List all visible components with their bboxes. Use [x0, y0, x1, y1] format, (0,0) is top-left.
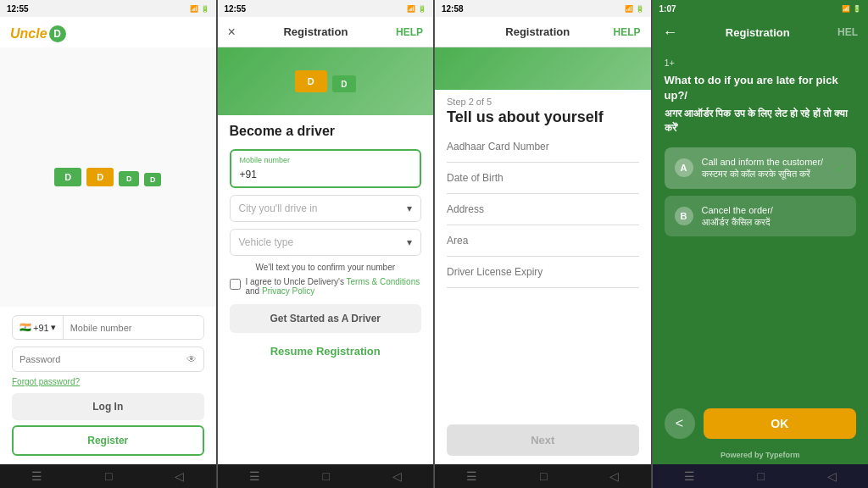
nav-bar-3: Registration HELP [435, 17, 651, 47]
signal-icon-2: 📶 [407, 5, 415, 13]
city-placeholder: City you'll drive in [239, 202, 318, 214]
chevron-down-icon-city: ▾ [407, 202, 412, 214]
hero-img-2: D D [218, 47, 434, 115]
mobile-field[interactable]: Mobile number [230, 149, 422, 188]
bottom-nav-4: ☰ □ ◁ [653, 464, 869, 488]
phone-input[interactable] [64, 317, 203, 339]
aadhaar-input[interactable] [447, 133, 639, 160]
status-bar-3: 12:58 📶 🔋 [435, 0, 651, 17]
registration-inputs [435, 133, 651, 416]
register-button[interactable]: Register [12, 425, 204, 456]
become-driver-form: Become a driver Mobile number City you'l… [218, 115, 434, 464]
quiz-content: 1+ What to do if you are late for pick u… [653, 47, 869, 402]
battery-icon-3: 🔋 [636, 5, 644, 13]
quiz-option-b[interactable]: B Cancel the order/ आऑर्डर कैंसिल करदें [665, 196, 857, 237]
option-a-letter: A [675, 158, 693, 177]
nav-title-4: Registration [726, 26, 790, 39]
menu-icon-1[interactable]: ☰ [31, 469, 42, 483]
screen-quiz: 1:07 📶 🔋 ← Registration HEL 1+ What to d… [653, 0, 869, 488]
nav-title-2: Registration [283, 25, 348, 38]
nav-bar-4: ← Registration HEL [653, 17, 869, 47]
confirm-text: We'll text you to confirm your number [230, 263, 422, 272]
password-input[interactable] [13, 348, 180, 370]
phone-row[interactable]: 🇮🇳 +91 ▾ [12, 315, 204, 340]
back-icon-4[interactable]: ◁ [827, 469, 837, 483]
eye-icon[interactable]: 👁 [180, 347, 203, 371]
address-wrapper[interactable] [447, 196, 639, 225]
option-b-letter: B [675, 207, 693, 225]
area-wrapper[interactable] [447, 227, 639, 257]
ok-button[interactable]: OK [704, 408, 857, 439]
signal-icon: 📶 [190, 5, 198, 13]
back-arrow-icon[interactable]: ← [663, 24, 678, 42]
login-button[interactable]: Log In [12, 393, 204, 420]
status-bar-1: 12:55 📶 🔋 [0, 0, 216, 17]
menu-icon-3[interactable]: ☰ [466, 469, 477, 483]
option-b-text: Cancel the order/ आऑर्डर कैंसिल करदें [702, 204, 847, 229]
hero-truck-green: D [332, 75, 356, 92]
uncle-logo: Uncle D [10, 25, 66, 42]
signal-icon-3: 📶 [625, 5, 633, 13]
dob-input[interactable] [447, 164, 639, 191]
menu-icon-4[interactable]: ☰ [684, 469, 695, 483]
bottom-nav-3: ☰ □ ◁ [435, 464, 651, 488]
hero-illustration: D D D D [0, 47, 216, 307]
status-icons-2: 📶 🔋 [407, 5, 426, 13]
area-input[interactable] [447, 227, 639, 254]
license-wrapper[interactable] [447, 258, 639, 288]
password-row[interactable]: 👁 [12, 347, 204, 372]
dob-wrapper[interactable] [447, 164, 639, 194]
back-icon-3[interactable]: ◁ [609, 469, 619, 483]
forgot-password-link[interactable]: Forgot password? [12, 377, 204, 386]
license-expiry-input[interactable] [447, 258, 639, 286]
quiz-question: What to do if you are late for pick up?/… [665, 73, 857, 136]
hero-truck-yellow: D [295, 70, 327, 92]
green-truck-1: D [54, 168, 81, 186]
quiz-option-a[interactable]: A Call and inform the customer/ कस्टमर क… [665, 147, 857, 189]
next-button[interactable]: Next [447, 424, 639, 456]
nav-help-3[interactable]: HELP [613, 26, 640, 38]
home-icon-1[interactable]: □ [105, 469, 112, 483]
status-time-3: 12:58 [442, 4, 464, 14]
status-time-1: 12:55 [7, 4, 29, 14]
home-icon-3[interactable]: □ [540, 469, 547, 483]
screen-registration-form: 12:58 📶 🔋 Registration HELP Step 2 of 5 … [435, 0, 652, 488]
back-icon-1[interactable]: ◁ [175, 469, 184, 483]
hero-mini-3 [435, 47, 651, 90]
nav-title-3: Registration [505, 25, 570, 38]
nav-help-2[interactable]: HELP [396, 26, 423, 38]
bottom-nav-1: ☰ □ ◁ [0, 464, 216, 488]
phone-prefix: 🇮🇳 +91 ▾ [13, 316, 64, 339]
bottom-nav-2: ☰ □ ◁ [218, 464, 434, 488]
menu-icon-2[interactable]: ☰ [249, 469, 260, 483]
quiz-footer: < OK [653, 402, 869, 446]
step-title: Tell us about yourself [435, 108, 651, 133]
scooter: D [119, 171, 139, 186]
home-icon-2[interactable]: □ [323, 469, 330, 483]
option-a-check-icon: ✓ [836, 161, 846, 175]
screen-become-driver: 12:55 📶 🔋 × Registration HELP D D Become… [218, 0, 435, 488]
home-icon-4[interactable]: □ [758, 469, 765, 483]
terms-row: I agree to Uncle Delivery's Terms & Cond… [230, 277, 422, 296]
status-time-2: 12:55 [225, 4, 247, 14]
login-form: 🇮🇳 +91 ▾ 👁 Forgot password? Log In Regis… [0, 307, 216, 464]
get-started-button[interactable]: Get Started as A Driver [230, 304, 422, 333]
back-icon-2[interactable]: ◁ [392, 469, 402, 483]
aadhaar-wrapper[interactable] [447, 133, 639, 163]
terms-link[interactable]: Terms & Conditions [347, 277, 420, 286]
nav-help-4[interactable]: HEL [837, 26, 858, 38]
close-icon[interactable]: × [228, 25, 236, 40]
mobile-input[interactable] [240, 169, 412, 180]
vehicle-field[interactable]: Vehicle type ▾ [230, 229, 422, 256]
logo-uncle-text: Uncle [10, 26, 47, 42]
address-input[interactable] [447, 196, 639, 223]
privacy-link[interactable]: Privacy Policy [262, 286, 314, 296]
back-quiz-button[interactable]: < [665, 408, 695, 439]
status-bar-4: 1:07 📶 🔋 [653, 0, 869, 17]
city-field[interactable]: City you'll drive in ▾ [230, 195, 422, 222]
quiz-question-en: What to do if you are late for pick up?/ [665, 74, 838, 102]
terms-checkbox[interactable] [230, 279, 241, 290]
resume-registration-button[interactable]: Resume Registration [230, 338, 422, 364]
yellow-truck: D [86, 168, 114, 186]
battery-icon-4: 🔋 [853, 5, 861, 13]
